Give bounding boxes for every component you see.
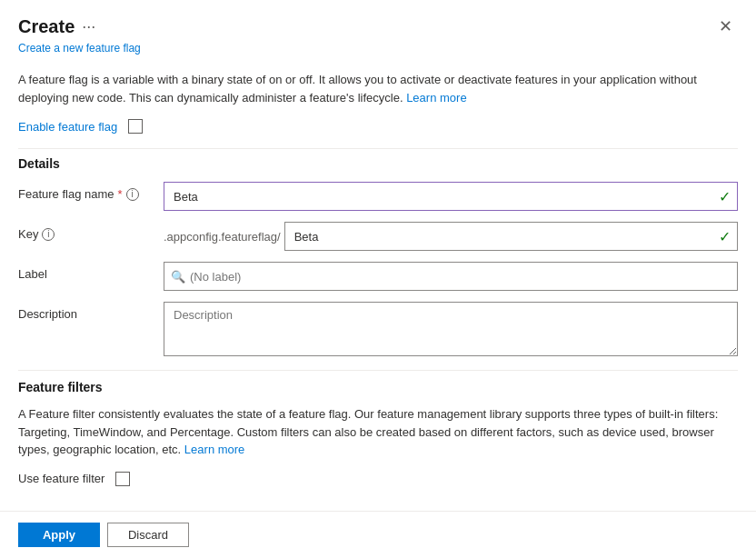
key-prefix: .appconfig.featureflag/ (164, 230, 284, 244)
key-input[interactable] (284, 222, 738, 251)
key-field: .appconfig.featureflag/ ✓ (164, 222, 738, 251)
details-section-title: Details (18, 156, 738, 171)
required-star: * (118, 187, 123, 201)
key-info-icon[interactable]: i (42, 228, 55, 241)
info-learn-more-link[interactable]: Learn more (406, 91, 466, 105)
more-icon[interactable]: ··· (82, 17, 95, 36)
label-label: Label (18, 262, 164, 281)
dialog-footer: Apply Discard (0, 511, 756, 558)
label-field: 🔍 (164, 262, 738, 291)
label-row: Label 🔍 (18, 262, 738, 291)
divider-2 (18, 370, 738, 371)
feature-flag-name-row: Feature flag name * i ✓ (18, 182, 738, 211)
key-input-row: .appconfig.featureflag/ ✓ (164, 222, 738, 251)
details-section: Details Feature flag name * i ✓ Key i (18, 156, 738, 359)
feature-filter-description: A Feature filter consistently evaluates … (18, 405, 738, 459)
dialog-header: Create ··· ✕ (0, 0, 756, 42)
label-input[interactable] (164, 262, 738, 291)
info-description-text: A feature flag is a variable with a bina… (18, 73, 697, 105)
create-feature-flag-dialog: Create ··· ✕ Create a new feature flag A… (0, 0, 756, 558)
feature-filter-learn-more-link[interactable]: Learn more (184, 443, 244, 456)
feature-flag-name-field: ✓ (164, 182, 738, 211)
close-button[interactable]: ✕ (713, 15, 738, 38)
key-check-icon: ✓ (719, 228, 731, 245)
use-feature-filter-checkbox[interactable] (115, 472, 130, 486)
divider-1 (18, 148, 738, 149)
key-row: Key i .appconfig.featureflag/ ✓ (18, 222, 738, 251)
key-label: Key i (18, 222, 164, 241)
description-textarea[interactable] (164, 302, 738, 356)
enable-feature-flag-row: Enable feature flag (18, 119, 738, 134)
dialog-title: Create (18, 16, 75, 37)
label-input-wrapper: 🔍 (164, 262, 738, 291)
feature-flag-name-input[interactable] (164, 182, 738, 211)
info-description: A feature flag is a variable with a bina… (18, 71, 738, 106)
feature-flag-name-info-icon[interactable]: i (126, 188, 139, 201)
description-row: Description (18, 302, 738, 359)
feature-flag-name-check-icon: ✓ (719, 188, 731, 205)
feature-flag-name-label: Feature flag name * i (18, 182, 164, 201)
apply-button[interactable]: Apply (18, 523, 100, 547)
use-feature-filter-row: Use feature filter (18, 472, 738, 486)
feature-filters-section: Feature filters A Feature filter consist… (18, 380, 738, 486)
feature-filters-title: Feature filters (18, 380, 738, 394)
description-field (164, 302, 738, 359)
feature-filter-description-text: A Feature filter consistently evaluates … (18, 407, 718, 456)
enable-feature-flag-checkbox[interactable] (128, 119, 143, 134)
use-feature-filter-label: Use feature filter (18, 472, 104, 485)
dialog-subtitle[interactable]: Create a new feature flag (0, 42, 756, 64)
key-input-wrapper: ✓ (284, 222, 738, 251)
discard-button[interactable]: Discard (107, 523, 189, 547)
dialog-body: A feature flag is a variable with a bina… (0, 64, 756, 511)
close-icon: ✕ (719, 16, 732, 36)
description-label: Description (18, 302, 164, 321)
enable-feature-flag-label: Enable feature flag (18, 120, 117, 134)
